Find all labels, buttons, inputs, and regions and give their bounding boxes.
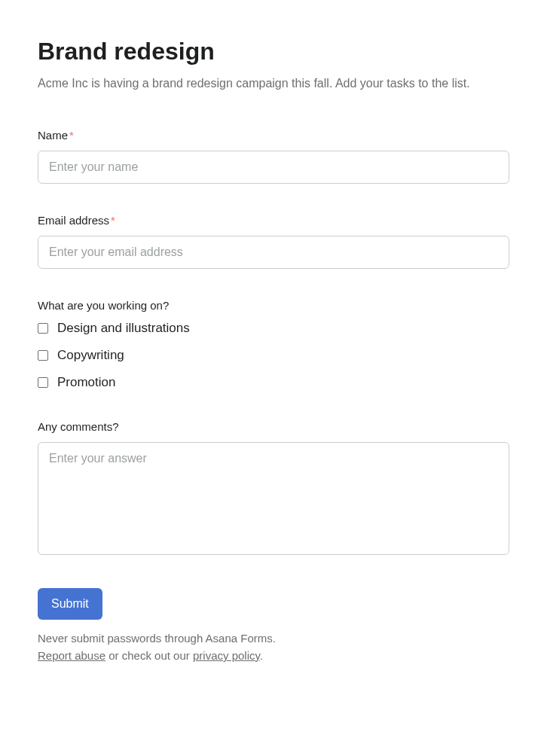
work-option-label: Design and illustrations [57,321,190,336]
name-field-group: Name* [38,129,509,184]
checkbox-icon[interactable] [38,323,48,334]
footer-middle-text: or check out our [105,649,193,662]
form-title: Brand redesign [38,38,509,66]
email-field-group: Email address* [38,214,509,269]
required-asterisk-icon: * [69,129,74,142]
name-label-text: Name [38,129,68,142]
checkbox-icon[interactable] [38,350,48,361]
comments-field-group: Any comments? [38,420,509,558]
email-label-text: Email address [38,214,109,227]
email-label: Email address* [38,214,509,227]
submit-section: Submit Never submit passwords through As… [38,588,509,662]
work-option-row[interactable]: Design and illustrations [38,321,509,336]
submit-button[interactable]: Submit [38,588,102,620]
email-input[interactable] [38,236,509,269]
work-option-row[interactable]: Copywriting [38,348,509,363]
required-asterisk-icon: * [111,214,115,227]
privacy-policy-link[interactable]: privacy policy [193,649,260,662]
report-abuse-link[interactable]: Report abuse [38,649,105,662]
work-label: What are you working on? [38,299,509,312]
comments-label: Any comments? [38,420,509,433]
name-label: Name* [38,129,509,142]
name-input[interactable] [38,151,509,184]
checkbox-icon[interactable] [38,377,48,388]
footer-links: Report abuse or check out our privacy po… [38,649,509,662]
work-field-group: What are you working on? Design and illu… [38,299,509,390]
form-description: Acme Inc is having a brand redesign camp… [38,75,509,93]
footer-warning: Never submit passwords through Asana For… [38,632,509,645]
work-option-row[interactable]: Promotion [38,375,509,390]
work-checklist: Design and illustrations Copywriting Pro… [38,321,509,390]
work-option-label: Promotion [57,375,115,390]
work-option-label: Copywriting [57,348,124,363]
footer-period: . [260,649,263,662]
comments-input[interactable] [38,442,509,555]
